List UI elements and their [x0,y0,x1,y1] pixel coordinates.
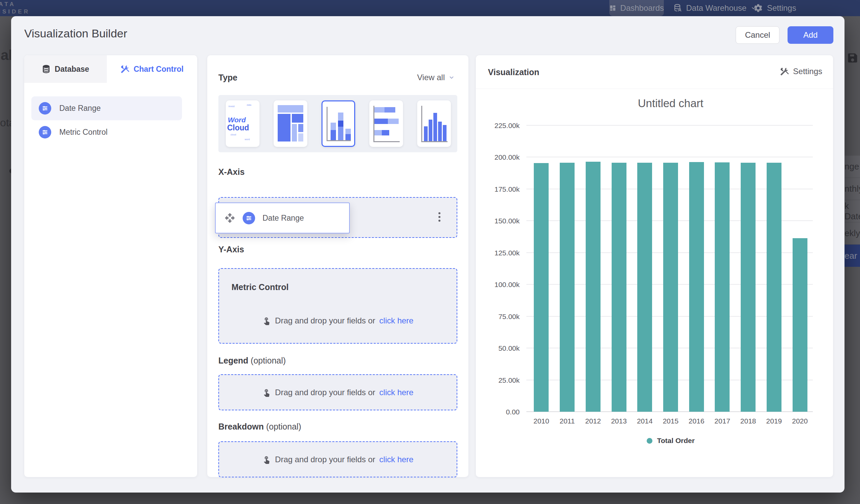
visualization-title: Visualization [488,67,539,77]
touch-icon [262,455,271,464]
background-menu-item: nthly [845,178,860,200]
chart-type-stacked-bar[interactable] [369,100,403,147]
chart-type-treemap[interactable] [274,100,307,147]
touch-icon [262,316,271,325]
background-menu-item: nge [845,156,860,178]
bar-2013[interactable] [612,163,627,412]
field-item-label: Date Range [59,104,101,113]
y-tick-label: 50.00k [479,344,520,352]
y-tick-label: 0.00 [479,408,520,416]
visualization-builder-modal: Visualization Builder Cancel Add Databas… [11,16,845,492]
bar-2020[interactable] [793,238,807,412]
grid-line [526,157,813,157]
nav-settings-label: Settings [767,3,796,13]
nav-data-warehouse[interactable]: Data Warehouse [673,0,757,16]
plot-area: 225.00k200.00k175.00k150.00k125.00k100.0… [528,125,813,412]
move-icon [225,213,235,224]
chevron-down-icon [448,74,455,81]
x-tick-label: 2012 [580,417,606,425]
dashboards-icon [609,4,616,13]
nav-dashboards[interactable]: Dashboards [609,0,664,16]
click-here-link[interactable]: click here [379,316,414,326]
app-logo: DATA INSIDER [0,1,30,15]
view-all-dropdown[interactable]: View all [417,73,455,82]
chart-type-strip: investdata Word Cloud cloudword [218,95,457,152]
add-button[interactable]: Add [788,26,833,44]
cancel-button[interactable]: Cancel [736,26,779,44]
chart-type-word-cloud[interactable]: investdata Word Cloud cloudword [226,100,259,147]
drop-hint-text: Drag and drop your fields or [275,316,375,326]
y-tick-label: 150.00k [479,217,520,225]
x-axis-dropzone[interactable]: Date Range Date Range [218,197,457,238]
bar-2018[interactable] [741,163,756,412]
y-tick-label: 100.00k [479,280,520,289]
bar-2012[interactable] [586,162,601,412]
bar-2015[interactable] [663,163,678,412]
breakdown-section-label: Breakdown (optional) [218,422,301,432]
tab-database[interactable]: Database [24,55,107,83]
legend-dropzone[interactable]: Drag and drop your fields or click here [218,374,457,411]
builder-panel: Type View all investdata Word Cloud clou… [207,55,469,477]
bar-2017[interactable] [715,162,730,412]
click-here-link[interactable]: click here [379,455,414,464]
background-page-title-fragment: al [1,47,13,63]
visualization-panel: Visualization Settings Untitled chart 22… [476,55,833,477]
tab-chart-control-label: Chart Control [133,65,183,74]
y-axis-box-title: Metric Control [231,282,288,292]
breakdown-dropzone[interactable]: Drag and drop your fields or click here [218,441,457,477]
x-axis-options-kebab[interactable] [439,211,441,224]
control-icon [39,102,51,115]
bar-2011[interactable] [560,163,575,412]
view-all-label: View all [417,73,445,82]
database-icon [42,65,51,73]
field-item-metric-control[interactable]: Metric Control [31,120,182,144]
grid-line [526,125,813,126]
x-tick-label: 2015 [658,417,684,425]
chart-type-column[interactable] [417,100,451,147]
bar-2016[interactable] [689,162,704,412]
background-save-button [845,49,860,67]
chart-type-stacked-column[interactable] [321,100,355,147]
chart-settings-button[interactable]: Settings [780,67,822,76]
tab-chart-control[interactable]: Chart Control [107,55,197,83]
x-tick-label: 2011 [554,417,580,425]
bar-2019[interactable] [766,163,782,412]
touch-icon [262,388,271,397]
legend-series-label: Total Order [657,437,695,445]
background-menu-item-selected: ear [845,245,860,267]
screen: DATA INSIDER Dashboards Data Warehouse S… [0,0,860,504]
y-tick-label: 125.00k [479,249,520,257]
y-tick-label: 25.00k [479,376,520,385]
type-section-label: Type [218,73,238,83]
y-tick-label: 200.00k [479,153,520,161]
drop-hint-text: Drag and drop your fields or [275,455,375,464]
nav-dashboards-label: Dashboards [620,3,664,13]
chart-legend[interactable]: Total Order [528,437,813,445]
click-here-link[interactable]: click here [379,388,414,397]
x-tick-label: 2018 [735,417,761,425]
y-tick-label: 175.00k [479,185,520,193]
x-tick-label: 2016 [684,417,710,425]
background-menu-item: k Date [845,200,860,222]
x-axis-label: X-Axis [218,167,245,177]
data-warehouse-icon [673,4,682,13]
dragged-chip-date-range[interactable]: Date Range [215,202,350,233]
word-cloud-thumbnail: investdata Word Cloud cloudword [226,100,259,147]
visualization-header: Visualization Settings [476,55,833,89]
field-item-label: Metric Control [59,128,108,137]
nav-settings[interactable]: Settings [754,0,796,16]
y-axis-dropzone[interactable]: Metric Control Drag and drop your fields… [218,268,457,344]
legend-section-label: Legend (optional) [218,356,286,365]
x-tick-label: 2014 [632,417,658,425]
bar-2010[interactable] [534,163,549,412]
bar-2014[interactable] [637,163,652,412]
background-menu-item: ekly [845,222,860,245]
x-tick-label: 2010 [528,417,554,425]
y-axis-label: Y-Axis [218,245,244,254]
nav-data-warehouse-label: Data Warehouse [686,3,746,13]
chart-title: Untitled chart [528,97,813,110]
field-item-date-range[interactable]: Date Range [31,96,182,120]
modal-title: Visualization Builder [24,27,127,40]
top-navbar: DATA INSIDER Dashboards Data Warehouse S… [0,0,860,16]
control-icon [243,212,255,225]
